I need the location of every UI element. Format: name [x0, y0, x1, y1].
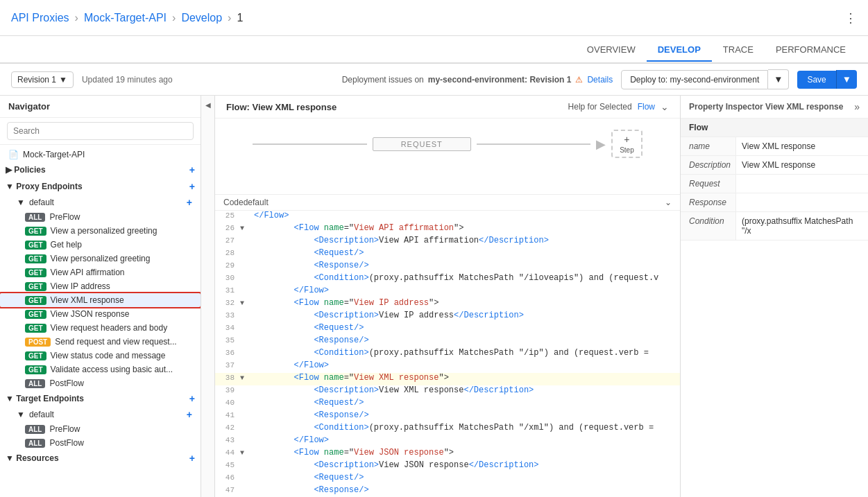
- expand-inspector-icon[interactable]: »: [854, 101, 860, 112]
- nav-target-default-arrow: ▼: [17, 410, 25, 419]
- nav-policies-label: ▶ Policies: [6, 165, 46, 175]
- tab-overview[interactable]: OVERVIEW: [576, 39, 647, 62]
- toolbar: Revision 1 ▼ Updated 19 minutes ago Depl…: [0, 64, 868, 96]
- request-line-left: [253, 143, 366, 145]
- breadcrumb-api-proxies[interactable]: API Proxies: [11, 12, 69, 24]
- save-dropdown-button[interactable]: ▼: [836, 70, 857, 89]
- nav-flow-5-selected[interactable]: GET View XML response: [0, 293, 201, 307]
- add-flow-icon[interactable]: +: [187, 197, 192, 208]
- code-line-40: 40 <Request/>: [215, 398, 680, 410]
- nav-flow-label-9: View status code and message: [51, 351, 166, 360]
- code-expand-icon[interactable]: ⌄: [665, 198, 672, 207]
- code-line-41: 41 <Response/>: [215, 410, 680, 423]
- collapse-left-icon: ◀: [205, 101, 211, 109]
- add-target-flow-icon[interactable]: +: [187, 409, 192, 420]
- code-area[interactable]: 25 </Flow> 26 ▼ <Flow name="View API aff…: [215, 211, 680, 497]
- nav-section-policies[interactable]: ▶ Policies +: [0, 162, 201, 178]
- nav-target-postflow[interactable]: ALL PostFlow: [0, 436, 201, 450]
- code-subtab-label[interactable]: default: [244, 198, 269, 207]
- nav-preflow[interactable]: ALL PreFlow: [0, 210, 201, 224]
- inspector-row-name: name View XML response: [681, 137, 868, 156]
- tab-performance[interactable]: PERFORMANCE: [765, 39, 857, 62]
- nav-flow-label-2: View personalized greeting: [51, 254, 151, 263]
- code-line-39: 39 <Description>View XML response</Descr…: [215, 385, 680, 398]
- revision-selector[interactable]: Revision 1 ▼: [11, 71, 74, 88]
- more-options-icon[interactable]: ⋮: [844, 10, 857, 26]
- save-button[interactable]: Save: [797, 71, 835, 89]
- details-link[interactable]: Details: [587, 75, 613, 85]
- nav-flow-3[interactable]: GET View API affirmation: [0, 265, 201, 279]
- inspector-body: Flow name View XML response Description …: [681, 119, 868, 497]
- nav-proxy-endpoints-label: ▼ Proxy Endpoints: [6, 182, 83, 191]
- inspector-row-request: Request: [681, 175, 868, 193]
- inspector-row-description: Description View XML response: [681, 156, 868, 175]
- code-line-38: 38 ▼ <Flow name="View XML response">: [215, 373, 680, 385]
- nav-section-proxy-endpoints[interactable]: ▼ Proxy Endpoints +: [0, 178, 201, 195]
- add-proxy-endpoint-icon[interactable]: +: [189, 181, 195, 192]
- nav-section-resources[interactable]: ▼ Resources +: [0, 450, 201, 467]
- revision-label: Revision 1: [17, 75, 56, 85]
- tab-develop[interactable]: DEVELOP: [647, 39, 712, 62]
- inspector-value-condition[interactable]: (proxy.pathsuffix MatchesPath "/x: [736, 212, 868, 240]
- nav-proxy-default[interactable]: ▼ default +: [0, 195, 201, 210]
- nav-flow-1[interactable]: GET Get help: [0, 238, 201, 252]
- code-line-43: 43 </Flow>: [215, 435, 680, 448]
- nav-target-default[interactable]: ▼ default +: [0, 407, 201, 422]
- inspector-value-name[interactable]: View XML response: [736, 137, 868, 155]
- flow-title: Flow: View XML response: [226, 102, 337, 112]
- deploy-dropdown-button[interactable]: ▼: [768, 69, 789, 89]
- request-row: REQUEST ▶ + Step: [253, 130, 642, 158]
- deploy-button[interactable]: Deploy to: my-second-environment: [621, 70, 768, 89]
- help-flow-link[interactable]: Flow: [638, 102, 655, 112]
- nav-flow-10[interactable]: GET Validate access using basic aut...: [0, 363, 201, 376]
- code-line-42: 42 <Condition>(proxy.pathsuffix MatchesP…: [215, 423, 680, 435]
- nav-target-postflow-label: PostFlow: [49, 438, 83, 448]
- revision-arrow-icon: ▼: [59, 75, 67, 85]
- inspector-value-response[interactable]: [736, 193, 868, 211]
- nav-flow-2[interactable]: GET View personalized greeting: [0, 252, 201, 265]
- nav-flow-7[interactable]: GET View request headers and body: [0, 321, 201, 335]
- add-policy-icon[interactable]: +: [189, 164, 195, 175]
- add-resource-icon[interactable]: +: [189, 453, 195, 464]
- add-step-button[interactable]: + Step: [611, 130, 643, 158]
- nav-flow-9[interactable]: GET View status code and message: [0, 349, 201, 363]
- nav-target-preflow[interactable]: ALL PreFlow: [0, 422, 201, 436]
- nav-postflow[interactable]: ALL PostFlow: [0, 376, 201, 390]
- nav-section-target-endpoints[interactable]: ▼ Target Endpoints +: [0, 390, 201, 407]
- nav-tree: 📄 Mock-Target-API ▶ Policies + ▼ Proxy E…: [0, 145, 201, 497]
- inspector-label-description: Description: [681, 156, 736, 174]
- nav-flow-label-8: Send request and view request...: [55, 337, 176, 347]
- code-line-45: 45 <Description>View JSON response</Desc…: [215, 460, 680, 473]
- badge-get-2: GET: [25, 254, 46, 263]
- expand-center-icon[interactable]: ⌄: [661, 101, 669, 112]
- breadcrumb-mock-target-api[interactable]: Mock-Target-API: [84, 12, 167, 24]
- nav-flow-4[interactable]: GET View IP address: [0, 279, 201, 293]
- code-line-30: 30 <Condition>(proxy.pathsuffix MatchesP…: [215, 273, 680, 286]
- nav-flow-8[interactable]: POST Send request and view request...: [0, 335, 201, 349]
- nav-preflow-label: PreFlow: [49, 212, 80, 222]
- search-input[interactable]: [7, 122, 194, 140]
- deployment-text: Deployment issues on: [342, 75, 424, 85]
- code-line-26: 26 ▼ <Flow name="View API affirmation">: [215, 223, 680, 236]
- inspector-value-request[interactable]: [736, 175, 868, 193]
- badge-get-10: GET: [25, 365, 46, 374]
- inspector-header: Property Inspector View XML response »: [681, 96, 868, 119]
- nav-flow-6[interactable]: GET View JSON response: [0, 307, 201, 321]
- code-tab-label[interactable]: Code: [223, 198, 244, 207]
- badge-get-3: GET: [25, 268, 46, 277]
- save-button-group: Save ▼: [797, 70, 857, 89]
- app-root: API Proxies › Mock-Target-API › Develop …: [0, 0, 868, 497]
- inspector-label-name: name: [681, 137, 736, 155]
- nav-mock-target-api[interactable]: 📄 Mock-Target-API: [0, 148, 201, 162]
- code-line-29: 29 <Response/>: [215, 261, 680, 273]
- inspector-value-description[interactable]: View XML response: [736, 156, 868, 174]
- navigator-title: Navigator: [8, 101, 50, 112]
- nav-flow-0[interactable]: GET View a personalized greeting: [0, 224, 201, 238]
- add-target-endpoint-icon[interactable]: +: [189, 393, 195, 404]
- inspector-label-response: Response: [681, 193, 736, 211]
- updated-text: Updated 19 minutes ago: [82, 75, 173, 85]
- collapse-navigator-panel[interactable]: ◀: [201, 96, 215, 497]
- breadcrumb-develop[interactable]: Develop: [181, 12, 222, 24]
- tab-trace[interactable]: TRACE: [712, 39, 765, 62]
- request-label: REQUEST: [373, 137, 471, 151]
